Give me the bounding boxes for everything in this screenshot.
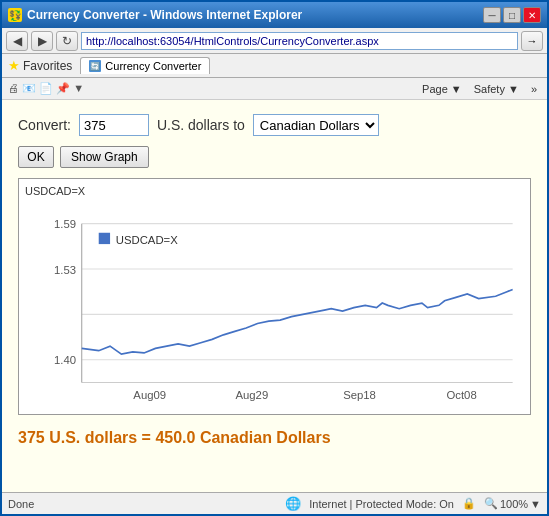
address-bar: ◀ ▶ ↻ → bbox=[2, 28, 547, 54]
ok-button[interactable]: OK bbox=[18, 146, 54, 168]
title-bar-left: 💱 Currency Converter - Windows Internet … bbox=[8, 8, 302, 22]
page-button[interactable]: Page ▼ bbox=[418, 82, 466, 96]
title-bar: 💱 Currency Converter - Windows Internet … bbox=[2, 2, 547, 28]
star-icon: ★ bbox=[8, 58, 20, 73]
currency-select[interactable]: Canadian Dollars Euros British Pounds Ja… bbox=[253, 114, 379, 136]
minimize-button[interactable]: ─ bbox=[483, 7, 501, 23]
maximize-button[interactable]: □ bbox=[503, 7, 521, 23]
toolbar-icons: 🖨 📧 📄 📌 ▼ bbox=[8, 82, 84, 95]
svg-text:1.59: 1.59 bbox=[54, 218, 76, 230]
forward-button[interactable]: ▶ bbox=[31, 31, 53, 51]
safety-button[interactable]: Safety ▼ bbox=[470, 82, 523, 96]
svg-text:USDCAD=X: USDCAD=X bbox=[116, 234, 178, 246]
address-input[interactable] bbox=[81, 32, 518, 50]
tab-bar: 🔄 Currency Converter bbox=[80, 55, 541, 77]
zoom-dropdown-icon: ▼ bbox=[530, 498, 541, 510]
currency-from-text: U.S. dollars to bbox=[157, 117, 245, 133]
svg-text:Oct08: Oct08 bbox=[446, 389, 476, 401]
back-button[interactable]: ◀ bbox=[6, 31, 28, 51]
status-right: 🌐 Internet | Protected Mode: On 🔒 🔍 100%… bbox=[285, 496, 541, 511]
svg-rect-13 bbox=[99, 233, 110, 244]
window-icon: 💱 bbox=[8, 8, 22, 22]
favorites-label: Favorites bbox=[23, 59, 72, 73]
refresh-button[interactable]: ↻ bbox=[56, 31, 78, 51]
zoom-button[interactable]: 🔍 100% ▼ bbox=[484, 497, 541, 510]
favorites-bar: ★ Favorites 🔄 Currency Converter bbox=[2, 54, 547, 78]
zoom-icon: 🔍 bbox=[484, 497, 498, 510]
result-text: 375 U.S. dollars = 450.0 Canadian Dollar… bbox=[18, 429, 531, 447]
show-graph-button[interactable]: Show Graph bbox=[60, 146, 149, 168]
status-left: Done bbox=[8, 498, 34, 510]
amount-input[interactable] bbox=[79, 114, 149, 136]
chart-svg: 1.59 1.53 1.40 Aug09 Aug29 Sep18 Oct08 U… bbox=[25, 201, 524, 405]
zoom-label: 100% bbox=[500, 498, 528, 510]
close-button[interactable]: ✕ bbox=[523, 7, 541, 23]
convert-label: Convert: bbox=[18, 117, 71, 133]
title-controls: ─ □ ✕ bbox=[483, 7, 541, 23]
tab-icon: 🔄 bbox=[89, 60, 101, 72]
svg-text:1.40: 1.40 bbox=[54, 354, 76, 366]
favorites-button[interactable]: ★ Favorites bbox=[8, 58, 72, 73]
tab-label: Currency Converter bbox=[105, 60, 201, 72]
browser-window: 💱 Currency Converter - Windows Internet … bbox=[0, 0, 549, 516]
window-title: Currency Converter - Windows Internet Ex… bbox=[27, 8, 302, 22]
chart-container: USDCAD=X 1.59 1.53 1.40 Aug09 Aug29 Sep1… bbox=[18, 178, 531, 415]
svg-text:Sep18: Sep18 bbox=[343, 389, 376, 401]
content-area: Convert: U.S. dollars to Canadian Dollar… bbox=[2, 100, 547, 492]
svg-text:Aug09: Aug09 bbox=[133, 389, 166, 401]
zone-label: Internet | Protected Mode: On bbox=[309, 498, 454, 510]
toolbar-row: 🖨 📧 📄 📌 ▼ Page ▼ Safety ▼ » bbox=[2, 78, 547, 100]
browser-tab[interactable]: 🔄 Currency Converter bbox=[80, 57, 210, 74]
convert-row: Convert: U.S. dollars to Canadian Dollar… bbox=[18, 114, 531, 136]
lock-icon: 🔒 bbox=[462, 497, 476, 510]
chart-title: USDCAD=X bbox=[25, 185, 524, 197]
status-label: Done bbox=[8, 498, 34, 510]
svg-text:1.53: 1.53 bbox=[54, 264, 76, 276]
more-button[interactable]: » bbox=[527, 82, 541, 96]
buttons-row: OK Show Graph bbox=[18, 146, 531, 168]
status-bar: Done 🌐 Internet | Protected Mode: On 🔒 🔍… bbox=[2, 492, 547, 514]
globe-icon: 🌐 bbox=[285, 496, 301, 511]
svg-text:Aug29: Aug29 bbox=[235, 389, 268, 401]
go-button[interactable]: → bbox=[521, 31, 543, 51]
